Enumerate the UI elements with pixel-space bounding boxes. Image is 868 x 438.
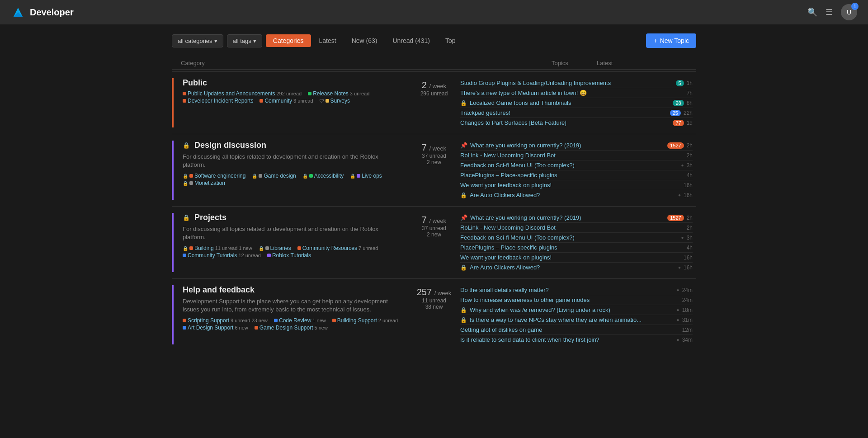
subcat-name-4[interactable]: Monetization bbox=[194, 180, 225, 186]
topic-title-3[interactable]: Is there a way to have NPCs stay where t… bbox=[470, 316, 674, 323]
tab-latest[interactable]: Latest bbox=[312, 34, 344, 47]
subcat-color-dot bbox=[183, 254, 186, 257]
subcat-name-3[interactable]: Community bbox=[264, 98, 292, 104]
category-name-projects[interactable]: 🔒Projects bbox=[183, 213, 402, 222]
category-name-public[interactable]: Public bbox=[183, 78, 402, 88]
subcat-projects-0: 🔒Building11 unread1 new bbox=[183, 245, 252, 251]
subcat-color-dot bbox=[267, 254, 271, 257]
tags-filter[interactable]: all tags ▾ bbox=[227, 34, 262, 47]
topic-time: 8h bbox=[687, 100, 693, 106]
topic-title-2[interactable]: Feedback on Sci-fi Menu UI (Too complex?… bbox=[460, 162, 679, 169]
topic-title-4[interactable]: We want your feedback on plugins! bbox=[460, 182, 681, 188]
topic-title-3[interactable]: PlacePlugins – Place-specific plugins bbox=[460, 244, 684, 251]
category-stats-public: 2 / week 296 unread bbox=[411, 78, 457, 127]
subcat-name-1[interactable]: Libraries bbox=[270, 245, 291, 251]
topic-dot: ● bbox=[677, 307, 679, 312]
topic-title-4[interactable]: Getting alot of dislikes on game bbox=[460, 326, 679, 333]
subcat-name-2[interactable]: Developer Incident Reports bbox=[188, 98, 253, 104]
subcat-color-dot bbox=[183, 326, 186, 330]
category-desc-help: Development Support is the place where y… bbox=[183, 297, 402, 314]
topic-time: 2h bbox=[687, 152, 693, 159]
topic-item: PlacePlugins – Place-specific plugins4h bbox=[460, 243, 693, 253]
topic-title-0[interactable]: Studio Group Plugins & Loading/Unloading… bbox=[460, 80, 673, 86]
topic-title-2[interactable]: Feedback on Sci-fi Menu UI (Too complex?… bbox=[460, 234, 679, 241]
subcat-name-2[interactable]: Building Support bbox=[337, 317, 377, 324]
subcat-name-2[interactable]: Community Resources bbox=[302, 245, 357, 251]
topic-title-4[interactable]: We want your feedback on plugins! bbox=[460, 254, 681, 261]
subcat-name-4[interactable]: Game Design Support bbox=[259, 325, 313, 331]
topic-title-0[interactable]: What are you working on currently? (2019… bbox=[470, 142, 665, 149]
tab-categories[interactable]: Categories bbox=[266, 34, 311, 47]
category-left-help: Help and feedbackDevelopment Support is … bbox=[172, 285, 411, 344]
subcat-new-3: 6 new bbox=[235, 325, 248, 330]
lock-icon: 🔒 bbox=[460, 192, 467, 198]
topic-time: 34m bbox=[682, 337, 693, 343]
topic-title-1[interactable]: How to increase awareness to other game … bbox=[460, 297, 679, 303]
subcat-help-3: Art Design Support6 new bbox=[183, 325, 248, 331]
stats-new: 2 new bbox=[411, 231, 457, 238]
subcat-name-1[interactable]: Game design bbox=[264, 173, 296, 179]
topic-item: Studio Group Plugins & Loading/Unloading… bbox=[460, 78, 693, 88]
topic-title-0[interactable]: Do the small details really matter? bbox=[460, 287, 674, 293]
topic-item: 🔒Is there a way to have NPCs stay where … bbox=[460, 315, 693, 325]
subcat-name-2[interactable]: Accessibility bbox=[314, 173, 344, 179]
subcat-color-dot bbox=[189, 174, 193, 178]
subcat-name-0[interactable]: Software engineering bbox=[194, 173, 245, 179]
category-name-design[interactable]: 🔒Design discussion bbox=[183, 141, 402, 150]
category-stats-design: 7 / week 37 unread 2 new bbox=[411, 141, 457, 200]
subcat-name-1[interactable]: Code Review bbox=[279, 317, 311, 324]
hamburger-icon[interactable]: ☰ bbox=[826, 7, 833, 17]
topic-title-5[interactable]: Are Auto Clickers Allowed? bbox=[470, 264, 675, 271]
subcat-unread-0: 9 unread bbox=[231, 318, 250, 323]
subcat-name-0[interactable]: Scripting Support bbox=[188, 317, 229, 324]
pinned-icon: 📌 bbox=[460, 142, 467, 149]
subcat-name-0[interactable]: Public Updates and Announcements bbox=[188, 90, 275, 97]
new-topic-button[interactable]: + New Topic bbox=[646, 33, 696, 48]
subcat-color-dot bbox=[259, 174, 262, 178]
topic-item: There's a new type of Medium article in … bbox=[460, 88, 693, 98]
subcat-name-3[interactable]: Live ops bbox=[362, 173, 382, 179]
stats-unread: 37 unread bbox=[411, 225, 457, 231]
subcat-color-dot bbox=[255, 326, 258, 330]
stats-number: 7 / week bbox=[411, 215, 457, 225]
tab-top[interactable]: Top bbox=[438, 34, 463, 47]
subcat-color-dot bbox=[183, 99, 186, 103]
subcat-name-0[interactable]: Building bbox=[194, 245, 214, 251]
stats-unread: 37 unread bbox=[411, 153, 457, 159]
subcat-public-1: Release Notes3 unread bbox=[308, 90, 369, 97]
tab-unread[interactable]: Unread (431) bbox=[385, 34, 437, 47]
topic-title-2[interactable]: Localized Game Icons and Thumbnails bbox=[470, 99, 670, 106]
lock-icon: 🔒 bbox=[252, 174, 257, 179]
subcat-new-4: 5 new bbox=[314, 325, 327, 330]
topic-title-3[interactable]: Trackpad gestures! bbox=[460, 109, 667, 116]
subcat-projects-2: Community Resources7 unread bbox=[297, 245, 378, 251]
topic-dot: ● bbox=[681, 235, 684, 240]
topic-title-1[interactable]: RoLink - New Upcoming Discord Bot bbox=[460, 152, 684, 159]
topic-title-5[interactable]: Are Auto Clickers Allowed? bbox=[470, 192, 675, 198]
topic-title-1[interactable]: RoLink - New Upcoming Discord Bot bbox=[460, 224, 684, 231]
topic-time: 16h bbox=[684, 264, 693, 271]
subcat-name-1[interactable]: Release Notes bbox=[313, 90, 349, 97]
subcat-name-4[interactable]: Surveys bbox=[330, 98, 350, 104]
topic-title-1[interactable]: There's a new type of Medium article in … bbox=[460, 89, 684, 96]
subcat-new-0: 1 new bbox=[239, 245, 252, 251]
topic-title-4[interactable]: Changes to Part Surfaces [Beta Feature] bbox=[460, 119, 670, 126]
avatar-wrap[interactable]: U 1 bbox=[841, 4, 857, 20]
topic-title-2[interactable]: Why and when was /e removed? (Living und… bbox=[470, 306, 674, 313]
topic-title-3[interactable]: PlacePlugins – Place-specific plugins bbox=[460, 172, 684, 179]
subcat-color-dot bbox=[357, 174, 360, 178]
topic-badge: 77 bbox=[673, 120, 684, 126]
category-row-public: PublicPublic Updates and Announcements29… bbox=[172, 71, 696, 134]
topic-badge: 1527 bbox=[667, 142, 684, 149]
subcat-name-3[interactable]: Art Design Support bbox=[188, 325, 233, 331]
topic-badge: 1527 bbox=[667, 215, 684, 221]
category-name-help[interactable]: Help and feedback bbox=[183, 285, 402, 295]
search-icon[interactable]: 🔍 bbox=[807, 7, 817, 17]
subcat-name-3[interactable]: Community Tutorials bbox=[188, 252, 237, 259]
topic-item: 🔒Are Auto Clickers Allowed?●16h bbox=[460, 263, 693, 272]
tab-new[interactable]: New (63) bbox=[344, 34, 385, 47]
categories-filter[interactable]: all categories ▾ bbox=[172, 34, 223, 47]
topic-title-5[interactable]: Is it reliable to send data to client wh… bbox=[460, 336, 674, 343]
subcat-name-4[interactable]: Roblox Tutorials bbox=[272, 252, 311, 259]
topic-title-0[interactable]: What are you working on currently? (2019… bbox=[470, 214, 665, 221]
